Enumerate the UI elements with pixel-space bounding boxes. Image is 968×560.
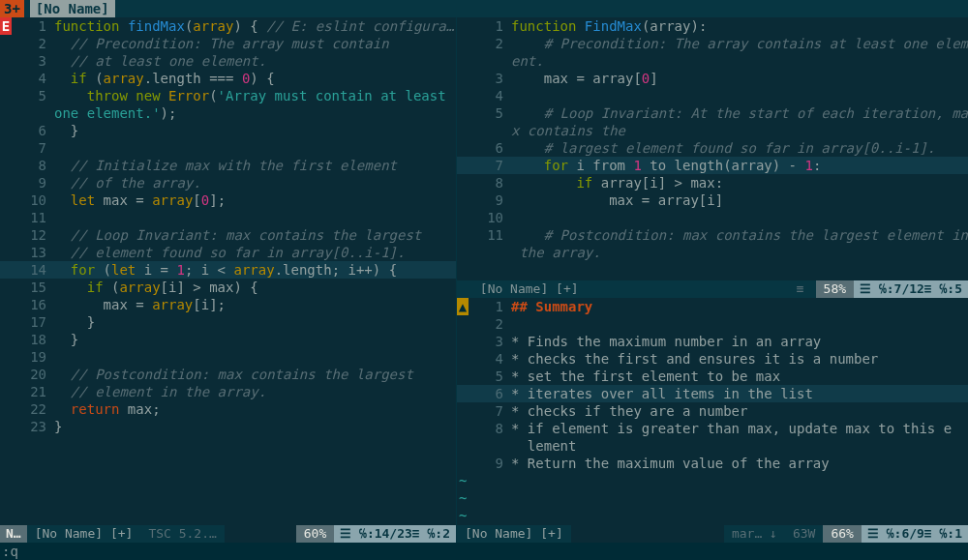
code-line[interactable]: 11 # Postcondition: max contains the lar… bbox=[457, 226, 968, 244]
code-line[interactable]: 19 bbox=[0, 348, 456, 366]
code-line[interactable]: 15 if (array[i] > max) { bbox=[0, 279, 456, 296]
code-line[interactable]: 2 # Precondition: The array contains at … bbox=[457, 35, 968, 52]
line-text[interactable]: // at least one element. bbox=[54, 52, 456, 70]
line-text[interactable]: // Initialize max with the first element bbox=[54, 157, 456, 174]
code-line[interactable]: 16 max = array[i]; bbox=[0, 296, 456, 313]
code-line[interactable]: 8 // Initialize max with the first eleme… bbox=[0, 157, 456, 174]
line-text[interactable]: # Postcondition: max contains the larges… bbox=[511, 226, 968, 244]
line-text[interactable] bbox=[54, 348, 456, 366]
code-line[interactable]: E1function findMax(array) { // E: eslint… bbox=[0, 17, 456, 35]
code-line[interactable]: 3 // at least one element. bbox=[0, 52, 456, 70]
line-text[interactable]: x contains the bbox=[511, 122, 968, 139]
code-line[interactable]: 11 bbox=[0, 209, 456, 226]
code-line[interactable]: ▲1## Summary bbox=[457, 298, 968, 315]
code-line[interactable]: 4* checks the first and ensures it is a … bbox=[457, 350, 968, 368]
line-text[interactable]: lement bbox=[511, 437, 968, 455]
code-line[interactable]: 10 bbox=[457, 209, 968, 226]
code-line[interactable]: 7 bbox=[0, 139, 456, 157]
code-line[interactable]: 9* Return the maximum value of the array bbox=[457, 455, 968, 472]
code-line[interactable]: 2 bbox=[457, 315, 968, 333]
line-text[interactable] bbox=[511, 315, 968, 333]
line-text[interactable]: one element.'); bbox=[54, 104, 456, 122]
code-line[interactable]: 7* checks if they are a number bbox=[457, 402, 968, 420]
code-line[interactable]: 14 for (let i = 1; i < array.length; i++… bbox=[0, 261, 456, 279]
line-text[interactable] bbox=[511, 87, 968, 104]
line-text[interactable]: // of the array. bbox=[54, 174, 456, 192]
code-line[interactable]: 13 // element found so far in array[0..i… bbox=[0, 244, 456, 261]
code-line[interactable]: 6 } bbox=[0, 122, 456, 139]
code-line[interactable]: 5 throw new Error('Array must contain at… bbox=[0, 87, 456, 104]
code-line[interactable]: 21 // element in the array. bbox=[0, 383, 456, 400]
line-text[interactable] bbox=[54, 139, 456, 157]
line-text[interactable]: // Loop Invariant: max contains the larg… bbox=[54, 226, 456, 244]
line-text[interactable]: if array[i] > max: bbox=[511, 174, 968, 192]
line-text[interactable]: # Precondition: The array contains at le… bbox=[511, 35, 968, 52]
code-line[interactable]: 9 max = array[i] bbox=[457, 192, 968, 209]
code-line[interactable]: 17 } bbox=[0, 313, 456, 331]
line-text[interactable]: // Precondition: The array must contain bbox=[54, 35, 456, 52]
line-text[interactable]: the array. bbox=[511, 244, 968, 261]
code-line[interactable]: 22 return max; bbox=[0, 400, 456, 418]
code-line[interactable]: 10 let max = array[0]; bbox=[0, 192, 456, 209]
line-text[interactable]: for i from 1 to length(array) - 1: bbox=[511, 157, 968, 174]
code-line[interactable]: 23} bbox=[0, 418, 456, 435]
line-text[interactable]: // element found so far in array[0..i-1]… bbox=[54, 244, 456, 261]
code-line[interactable]: 4 if (array.length === 0) { bbox=[0, 70, 456, 87]
code-line[interactable]: the array. bbox=[457, 244, 968, 261]
code-line[interactable]: 6 # largest element found so far in arra… bbox=[457, 139, 968, 157]
line-text[interactable]: ent. bbox=[511, 52, 968, 70]
code-line[interactable]: 6* iterates over all items in the list bbox=[457, 385, 968, 402]
line-text[interactable]: max = array[0] bbox=[511, 70, 968, 87]
line-text[interactable] bbox=[511, 209, 968, 226]
line-text[interactable]: function findMax(array) { // E: eslint c… bbox=[54, 17, 456, 35]
tabline[interactable]: 3+ [No Name] bbox=[0, 0, 968, 17]
code-line[interactable]: 3* Finds the maximum number in an array bbox=[457, 333, 968, 350]
line-text[interactable]: * Return the maximum value of the array bbox=[511, 455, 968, 472]
line-text[interactable]: * iterates over all items in the list bbox=[511, 385, 968, 402]
code-line[interactable]: 4 bbox=[457, 87, 968, 104]
code-line[interactable]: 9 // of the array. bbox=[0, 174, 456, 192]
code-line[interactable]: 3 max = array[0] bbox=[457, 70, 968, 87]
line-text[interactable]: * if element is greater than max, update… bbox=[511, 420, 968, 437]
code-line[interactable]: 1function FindMax(array): bbox=[457, 17, 968, 35]
code-line[interactable]: 5 # Loop Invariant: At the start of each… bbox=[457, 104, 968, 122]
line-text[interactable]: let max = array[0]; bbox=[54, 192, 456, 209]
line-text[interactable]: max = array[i] bbox=[511, 192, 968, 209]
line-text[interactable]: } bbox=[54, 313, 456, 331]
line-text[interactable]: } bbox=[54, 331, 456, 348]
line-text[interactable]: // element in the array. bbox=[54, 383, 456, 400]
tab-active[interactable]: [No Name] bbox=[30, 0, 115, 17]
line-text[interactable]: if (array.length === 0) { bbox=[54, 70, 456, 87]
line-text[interactable]: if (array[i] > max) { bbox=[54, 279, 456, 296]
pane-top-right[interactable]: 1function FindMax(array):2 # Preconditio… bbox=[457, 17, 968, 280]
line-text[interactable]: } bbox=[54, 418, 456, 435]
line-text[interactable]: # Loop Invariant: At the start of each i… bbox=[511, 104, 968, 122]
code-line[interactable]: ent. bbox=[457, 52, 968, 70]
line-text[interactable]: } bbox=[54, 122, 456, 139]
code-line[interactable]: 8* if element is greater than max, updat… bbox=[457, 420, 968, 437]
code-line[interactable]: 7 for i from 1 to length(array) - 1: bbox=[457, 157, 968, 174]
code-line[interactable]: 12 // Loop Invariant: max contains the l… bbox=[0, 226, 456, 244]
code-line[interactable]: 2 // Precondition: The array must contai… bbox=[0, 35, 456, 52]
line-text[interactable]: for (let i = 1; i < array.length; i++) { bbox=[54, 261, 456, 279]
line-text[interactable]: * Finds the maximum number in an array bbox=[511, 333, 968, 350]
line-text[interactable]: return max; bbox=[54, 400, 456, 418]
pane-bottom-right[interactable]: ▲1## Summary23* Finds the maximum number… bbox=[457, 298, 968, 525]
code-line[interactable]: 5* set the first element to be max bbox=[457, 368, 968, 385]
line-text[interactable] bbox=[54, 209, 456, 226]
command-line[interactable]: :q bbox=[0, 543, 968, 560]
line-text[interactable]: // Postcondition: max contains the large… bbox=[54, 366, 456, 383]
line-text[interactable]: * checks the first and ensures it is a n… bbox=[511, 350, 968, 368]
line-text[interactable]: ## Summary bbox=[511, 298, 968, 315]
line-text[interactable]: throw new Error('Array must contain at l… bbox=[54, 87, 456, 104]
code-line[interactable]: lement bbox=[457, 437, 968, 455]
code-line[interactable]: x contains the bbox=[457, 122, 968, 139]
line-text[interactable]: max = array[i]; bbox=[54, 296, 456, 313]
line-text[interactable]: * set the first element to be max bbox=[511, 368, 968, 385]
line-text[interactable]: # largest element found so far in array[… bbox=[511, 139, 968, 157]
pane-left[interactable]: E1function findMax(array) { // E: eslint… bbox=[0, 17, 456, 525]
line-text[interactable]: function FindMax(array): bbox=[511, 17, 968, 35]
code-line[interactable]: 8 if array[i] > max: bbox=[457, 174, 968, 192]
line-text[interactable]: * checks if they are a number bbox=[511, 402, 968, 420]
code-line[interactable]: 20 // Postcondition: max contains the la… bbox=[0, 366, 456, 383]
